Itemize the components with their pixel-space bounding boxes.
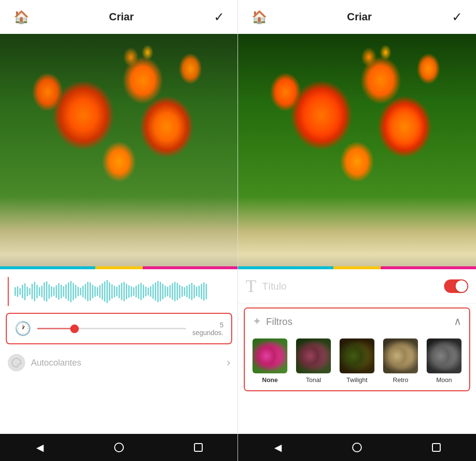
right-flower-image bbox=[238, 34, 476, 266]
stickers-chevron-icon: › bbox=[227, 356, 230, 369]
waveform-bar-46 bbox=[126, 284, 127, 299]
waveform-bar-27 bbox=[80, 288, 81, 295]
filter-label-tonal: Tonal bbox=[306, 376, 321, 384]
waveform-bar-47 bbox=[128, 285, 130, 298]
waveform-bar-62 bbox=[164, 286, 166, 297]
waveform-bar-70 bbox=[184, 287, 185, 296]
left-home-icon[interactable]: 🏠 bbox=[14, 10, 29, 25]
timer-section[interactable]: 🕐 5 segundos. bbox=[6, 313, 232, 344]
sparkle-icon: ✦ bbox=[253, 315, 261, 328]
left-title: Criar bbox=[109, 11, 134, 23]
waveform-bar-38 bbox=[106, 280, 108, 303]
waveform-bar-7 bbox=[31, 284, 33, 299]
waveform-bar-73 bbox=[191, 283, 193, 300]
clock-icon: 🕐 bbox=[15, 321, 31, 337]
left-top-bar: 🏠 Criar ✓ bbox=[0, 0, 238, 34]
filter-twilight[interactable]: Twilight bbox=[337, 338, 377, 384]
filters-row: None Tonal Twilight Retro Moon bbox=[245, 335, 469, 390]
right-bottom-area: T Título ✦ Filtros ∧ None Tonal bbox=[238, 269, 476, 434]
waveform-bar-42 bbox=[116, 287, 118, 296]
waveform-bar-18 bbox=[58, 283, 60, 300]
filter-retro[interactable]: Retro bbox=[380, 338, 421, 384]
waveform-bar-74 bbox=[193, 285, 195, 298]
titulo-toggle[interactable] bbox=[444, 279, 468, 293]
filter-label-none: None bbox=[262, 376, 278, 384]
waveform-bar-11 bbox=[41, 286, 43, 297]
filter-label-twilight: Twilight bbox=[346, 376, 367, 384]
slider-thumb[interactable] bbox=[70, 324, 79, 333]
sticker-icon bbox=[8, 354, 25, 371]
waveform-bar-19 bbox=[60, 285, 62, 298]
waveform-bar-49 bbox=[133, 287, 134, 296]
filtros-header[interactable]: ✦ Filtros ∧ bbox=[245, 308, 469, 335]
audio-playhead bbox=[8, 277, 9, 306]
waveform-bar-39 bbox=[109, 282, 110, 301]
filtros-section: ✦ Filtros ∧ None Tonal Twilight bbox=[244, 307, 470, 391]
waveform-bar-43 bbox=[119, 285, 120, 298]
waveform-bar-22 bbox=[68, 282, 69, 301]
stickers-section[interactable]: Autocolantes › bbox=[0, 347, 238, 378]
right-back-button[interactable]: ◀ bbox=[268, 438, 287, 457]
waveform-bar-71 bbox=[186, 286, 188, 297]
slider-fill bbox=[37, 328, 74, 329]
waveform-bar-64 bbox=[169, 285, 171, 298]
waveform-bar-13 bbox=[46, 281, 47, 302]
filter-label-retro: Retro bbox=[393, 376, 408, 384]
title-T-icon: T bbox=[246, 276, 256, 296]
slider-track bbox=[37, 328, 186, 329]
waveform-bar-6 bbox=[29, 288, 30, 295]
waveform-bar-34 bbox=[97, 287, 98, 296]
waveform-bar-14 bbox=[48, 284, 50, 299]
waveform-bar-57 bbox=[152, 284, 154, 299]
left-bottom-area: 🕐 5 segundos. Autocolantes › bbox=[0, 269, 238, 434]
waveform-bar-1 bbox=[17, 286, 18, 297]
right-panel: 🏠 Criar ✓ T Título ✦ Filtros ∧ bbox=[238, 0, 476, 461]
left-back-button[interactable]: ◀ bbox=[30, 438, 49, 457]
waveform-bar-25 bbox=[75, 285, 76, 298]
toggle-knob bbox=[456, 280, 467, 292]
right-home-icon[interactable]: 🏠 bbox=[252, 10, 267, 25]
filter-moon[interactable]: Moon bbox=[424, 338, 464, 384]
right-top-bar: 🏠 Criar ✓ bbox=[238, 0, 476, 34]
waveform-bar-15 bbox=[51, 286, 52, 297]
waveform-bar-2 bbox=[19, 288, 21, 295]
waveform-bar-28 bbox=[82, 286, 84, 297]
right-home-button[interactable] bbox=[347, 438, 367, 457]
waveform-bar-77 bbox=[201, 284, 202, 299]
left-nav-bar: ◀ bbox=[0, 434, 238, 461]
waveform-bar-3 bbox=[22, 285, 23, 298]
waveform-bar-55 bbox=[148, 288, 149, 295]
waveform-bar-17 bbox=[56, 285, 57, 298]
waveform-bar-4 bbox=[24, 283, 26, 300]
waveform-bar-41 bbox=[114, 286, 115, 297]
waveform-bar-56 bbox=[150, 286, 151, 297]
waveform-bar-67 bbox=[177, 283, 178, 300]
waveform-bar-23 bbox=[70, 281, 72, 302]
audio-section bbox=[0, 269, 238, 310]
filtros-chevron-icon[interactable]: ∧ bbox=[454, 315, 461, 328]
waveform-bar-69 bbox=[181, 286, 183, 297]
left-check-icon[interactable]: ✓ bbox=[214, 10, 224, 25]
timer-slider[interactable] bbox=[37, 324, 186, 334]
waveform-bar-51 bbox=[138, 284, 139, 299]
waveform-bar-36 bbox=[102, 283, 103, 300]
right-recent-button[interactable] bbox=[427, 438, 446, 457]
waveform-bar-65 bbox=[172, 283, 173, 300]
filter-none[interactable]: None bbox=[250, 338, 290, 384]
filter-tonal[interactable]: Tonal bbox=[293, 338, 334, 384]
waveform-bar-40 bbox=[111, 284, 113, 299]
waveform-bar-30 bbox=[87, 282, 89, 301]
left-home-button[interactable] bbox=[109, 438, 129, 457]
filter-label-moon: Moon bbox=[436, 376, 452, 384]
titulo-section: T Título bbox=[238, 269, 476, 304]
waveform-bar-26 bbox=[77, 287, 79, 296]
filter-thumb-tonal bbox=[296, 338, 331, 373]
right-check-icon[interactable]: ✓ bbox=[452, 10, 462, 25]
left-recent-button[interactable] bbox=[189, 438, 208, 457]
waveform-bar-66 bbox=[174, 282, 176, 301]
waveform-container bbox=[15, 277, 230, 306]
titulo-label: Título bbox=[262, 281, 438, 292]
filter-thumb-twilight bbox=[340, 338, 374, 373]
left-flower-image bbox=[0, 34, 238, 266]
right-title: Criar bbox=[347, 11, 372, 23]
